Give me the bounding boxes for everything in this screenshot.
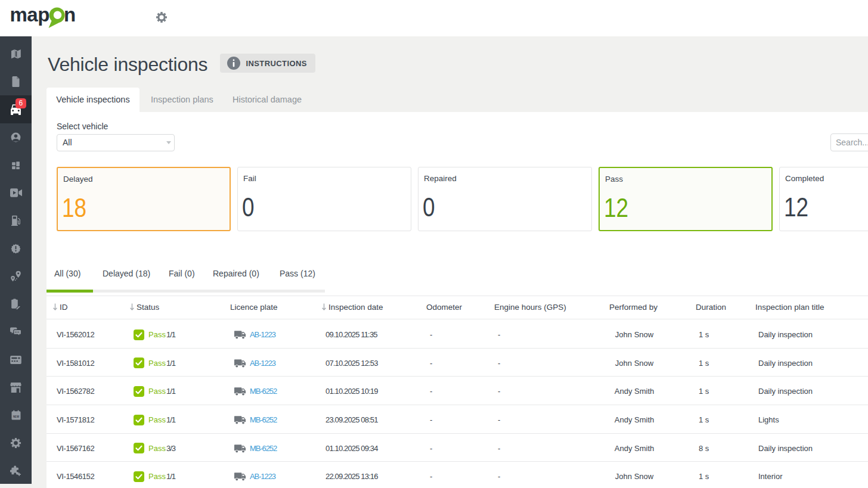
svg-text:n: n bbox=[64, 6, 76, 26]
svg-text:map: map bbox=[10, 6, 49, 26]
